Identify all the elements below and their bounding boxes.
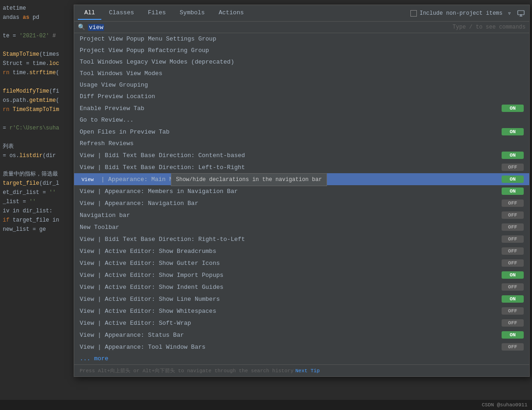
result-item[interactable]: Open Files in Preview Tab ON xyxy=(74,126,529,138)
code-line: if target_file in xyxy=(3,216,71,225)
toggle-on[interactable]: ON xyxy=(502,128,524,135)
result-item[interactable]: View | Appearance: Navigation Bar OFF xyxy=(74,197,529,209)
filter-icon[interactable]: ▿ xyxy=(505,9,514,18)
search-highlight: view xyxy=(88,24,104,31)
result-label: View | Bidi Text Base Direction: Content… xyxy=(80,152,502,159)
search-icon: 🔍 xyxy=(78,23,85,31)
svg-rect-0 xyxy=(518,11,524,15)
toggle-off[interactable]: OFF xyxy=(502,164,524,171)
monitor-icon[interactable] xyxy=(516,9,526,18)
result-item[interactable]: View | Active Editor: Show Import Popups… xyxy=(74,269,529,281)
result-item[interactable]: View | Bidi Text Base Direction: Left-to… xyxy=(74,161,529,173)
toggle-off[interactable]: OFF xyxy=(502,211,524,219)
code-line: rn time.strftime( xyxy=(3,68,71,77)
result-label: Navigation bar xyxy=(80,212,502,219)
result-item[interactable]: View | Active Editor: Show Line Numbers … xyxy=(74,293,529,305)
code-line: _list = '' xyxy=(3,197,71,206)
result-item[interactable]: View | Active Editor: Show Breadcrumbs O… xyxy=(74,245,529,257)
bottom-bar-text: CSDN @suhao0911 xyxy=(482,402,527,408)
non-project-checkbox[interactable] xyxy=(410,10,417,17)
result-item[interactable]: View | Active Editor: Show Gutter Icons … xyxy=(74,257,529,269)
result-item[interactable]: Enable Preview Tab ON xyxy=(74,102,529,114)
result-label: View | Active Editor: Show Whitespaces xyxy=(80,308,502,315)
code-line: 质量中的指标，筛选最 xyxy=(3,170,71,179)
more-item[interactable]: ... more xyxy=(74,353,529,364)
code-line: andas as pd xyxy=(3,13,71,22)
result-item[interactable]: View | Appearance: Status Bar ON xyxy=(74,329,529,341)
result-item[interactable]: Navigation bar OFF xyxy=(74,209,529,221)
result-label: View | Appearance: Navigation Bar xyxy=(80,200,502,207)
result-item[interactable]: New Toolbar OFF xyxy=(74,221,529,233)
result-label: Enable Preview Tab xyxy=(80,105,502,112)
toggle-on[interactable]: ON xyxy=(502,331,524,339)
toggle-off[interactable]: OFF xyxy=(502,199,524,207)
tab-actions[interactable]: Actions xyxy=(212,6,251,20)
toggle-on[interactable]: ON xyxy=(502,152,524,159)
result-item[interactable]: Go to Review... xyxy=(74,114,529,126)
result-item[interactable]: Refresh Reviews xyxy=(74,138,529,149)
toggle-on[interactable]: ON xyxy=(502,105,524,112)
result-label: View | Active Editor: Soft-Wrap xyxy=(80,320,502,327)
result-item[interactable]: View | Appearance: Members in Navigation… xyxy=(74,185,529,197)
view-badge: View xyxy=(80,176,95,183)
tab-classes[interactable]: Classes xyxy=(102,6,140,20)
result-label: View | Active Editor: Show Line Numbers xyxy=(80,296,502,303)
search-hint: Type / to see commands xyxy=(453,24,526,30)
code-line: et_dir_list = '' xyxy=(3,188,71,197)
result-label: Open Files in Preview Tab xyxy=(80,129,502,135)
toggle-off[interactable]: OFF xyxy=(502,283,524,291)
result-label: Project View Popup Menu Settings Group xyxy=(80,35,524,42)
result-label: View | Active Editor: Show Indent Guides xyxy=(80,284,502,291)
result-item[interactable]: View | Appearance: Tool Window Bars OFF xyxy=(74,341,529,353)
toggle-off[interactable]: OFF xyxy=(502,259,524,267)
code-line: StampToTime(times xyxy=(3,50,71,59)
footer-text: Press Alt+向上箭头 or Alt+向下箭头 to navigate t… xyxy=(80,367,293,374)
result-label: View | Appearance: Members in Navigation… xyxy=(80,188,502,195)
result-item[interactable]: View | Active Editor: Soft-Wrap OFF xyxy=(74,317,529,329)
non-project-area: Include non-project items ▿ xyxy=(410,9,526,18)
code-line xyxy=(3,41,71,50)
toggle-off[interactable]: OFF xyxy=(502,307,524,315)
result-item[interactable]: Project View Popup Refactoring Group xyxy=(74,45,529,56)
code-line: = os.listdir(dir xyxy=(3,151,71,160)
result-label: Tool Windows Legacy View Modes (deprecat… xyxy=(80,59,524,65)
result-item[interactable]: View | Active Editor: Show Indent Guides… xyxy=(74,281,529,293)
next-tip-link[interactable]: Next Tip xyxy=(295,368,320,374)
code-line: = r'C:\Users\suha xyxy=(3,123,71,133)
result-item[interactable]: Tool Windows View Modes xyxy=(74,68,529,79)
result-item[interactable]: View | Bidi Text Base Direction: Content… xyxy=(74,149,529,161)
toggle-on[interactable]: ON xyxy=(502,271,524,279)
result-label: Usage View Grouping xyxy=(80,82,524,88)
result-item-selected[interactable]: View | Appearance: Main Menu ON xyxy=(74,173,529,185)
result-label: View | Bidi Text Base Direction: Right-t… xyxy=(80,236,502,243)
code-line xyxy=(3,77,71,87)
result-item[interactable]: View | Active Editor: Show Whitespaces O… xyxy=(74,305,529,317)
tab-files[interactable]: Files xyxy=(141,6,172,20)
toggle-on[interactable]: ON xyxy=(502,295,524,303)
non-project-label: Include non-project items xyxy=(420,10,503,17)
code-line: te = '2021-02' # xyxy=(3,31,71,41)
result-label: Go to Review... xyxy=(80,117,524,123)
toggle-on[interactable]: ON xyxy=(502,187,524,195)
toggle-off[interactable]: OFF xyxy=(502,223,524,231)
bottom-bar: CSDN @suhao0911 xyxy=(0,400,532,410)
result-item[interactable]: Diff Preview Location xyxy=(74,91,529,102)
result-label: View | Appearance: Status Bar xyxy=(80,332,502,339)
popup-footer: Press Alt+向上箭头 or Alt+向下箭头 to navigate t… xyxy=(74,364,529,376)
tab-all[interactable]: All xyxy=(78,6,101,20)
result-label: Refresh Reviews xyxy=(80,140,524,147)
tab-symbols[interactable]: Symbols xyxy=(173,6,211,20)
result-item[interactable]: View | Bidi Text Base Direction: Right-t… xyxy=(74,233,529,245)
result-label: View | Active Editor: Show Import Popups xyxy=(80,272,502,279)
result-item[interactable]: Usage View Grouping xyxy=(74,79,529,91)
result-label: Diff Preview Location xyxy=(80,93,524,100)
toggle-on[interactable]: ON xyxy=(502,176,524,183)
toggle-off[interactable]: OFF xyxy=(502,247,524,255)
toggle-off[interactable]: OFF xyxy=(502,343,524,351)
toggle-off[interactable]: OFF xyxy=(502,319,524,327)
toggle-off[interactable]: OFF xyxy=(502,235,524,243)
code-line xyxy=(3,22,71,31)
result-item[interactable]: Tool Windows Legacy View Modes (deprecat… xyxy=(74,56,529,68)
result-item[interactable]: Project View Popup Menu Settings Group xyxy=(74,33,529,45)
code-line: os.path.getmtime( xyxy=(3,96,71,105)
